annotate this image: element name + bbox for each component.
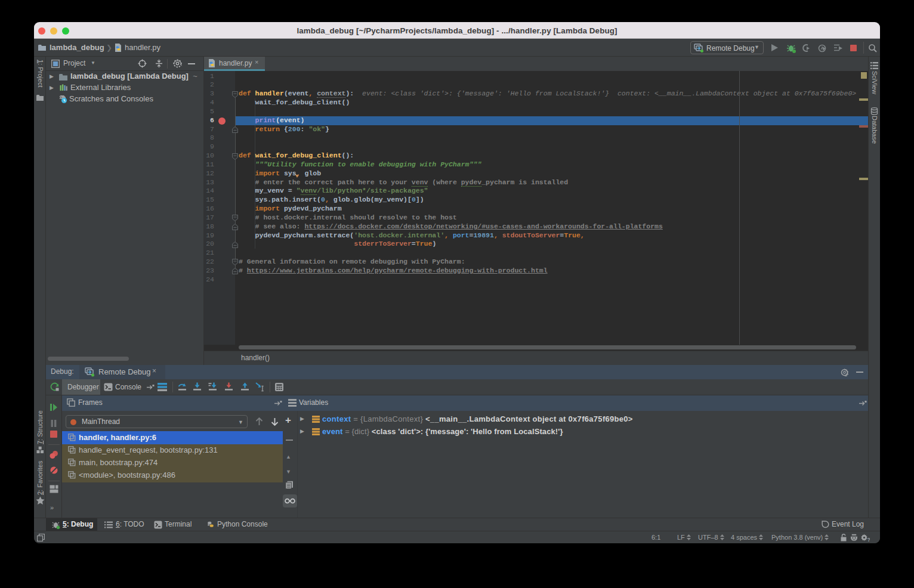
svg-text:?: ?	[867, 537, 870, 542]
